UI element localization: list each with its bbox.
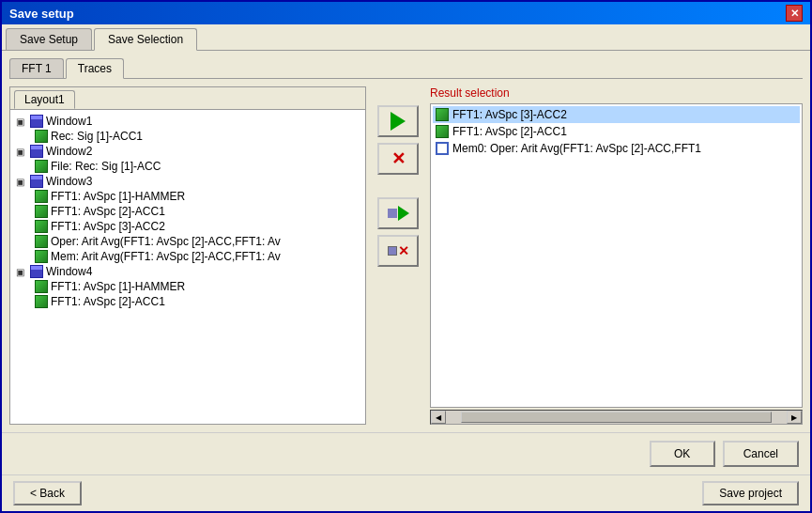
tree-item[interactable]: Mem: Arit Avg(FFT1: AvSpc [2]-ACC,FFT1: … xyxy=(33,249,361,264)
item-label: FFT1: AvSpc [1]-HAMMER xyxy=(51,190,185,203)
window-icon xyxy=(30,115,43,128)
item-label: FFT1: AvSpc [1]-HAMMER xyxy=(51,280,185,293)
content-area: FFT 1 Traces Layout1 ▣ Window1 xyxy=(2,51,810,432)
window-icon xyxy=(30,145,43,158)
dialog: Save setup ✕ Save Setup Save Selection F… xyxy=(0,0,812,513)
result-item[interactable]: Mem0: Oper: Arit Avg(FFT1: AvSpc [2]-ACC… xyxy=(433,140,800,157)
tree-item[interactable]: FFT1: AvSpc [1]-HAMMER xyxy=(33,189,361,204)
result-item-label: Mem0: Oper: Arit Avg(FFT1: AvSpc [2]-ACC… xyxy=(452,142,701,155)
result-scrollbar-h[interactable]: ◀ ▶ xyxy=(430,410,803,425)
result-item[interactable]: FFT1: AvSpc [2]-ACC1 xyxy=(433,123,800,140)
rec-icon xyxy=(35,130,48,143)
window-icon xyxy=(30,175,43,188)
trace-icon xyxy=(35,190,48,203)
tab-save-selection[interactable]: Save Selection xyxy=(94,28,197,51)
ok-button[interactable]: OK xyxy=(650,441,715,467)
remove-x-icon: ✕ xyxy=(391,148,406,169)
footer-bar: < Back Save project xyxy=(2,474,810,511)
result-item[interactable]: FFT1: AvSpc [3]-ACC2 xyxy=(433,106,800,123)
trace-icon xyxy=(35,280,48,293)
trace-icon xyxy=(35,295,48,308)
tree-item[interactable]: FFT1: AvSpc [2]-ACC1 xyxy=(33,294,361,309)
mem-icon xyxy=(35,250,48,263)
tree-window2[interactable]: ▣ Window2 xyxy=(14,144,361,159)
dialog-title: Save setup xyxy=(9,7,74,21)
tree-item[interactable]: File: Rec: Sig [1]-ACC xyxy=(33,159,361,174)
trace-icon xyxy=(35,220,48,233)
remove-all-button[interactable]: ✕ xyxy=(377,235,419,267)
left-panel: Layout1 ▣ Window1 Rec: Sig [1]-ACC1 xyxy=(9,86,366,425)
tab-traces[interactable]: Traces xyxy=(66,58,124,79)
result-item-label: FFT1: AvSpc [3]-ACC2 xyxy=(452,108,567,121)
expand-icon: ▣ xyxy=(16,177,27,187)
item-label: FFT1: AvSpc [2]-ACC1 xyxy=(51,295,165,308)
remove-all-icon: ✕ xyxy=(388,243,409,258)
tree-window1[interactable]: ▣ Window1 xyxy=(14,114,361,129)
tree-window4[interactable]: ▣ Window4 xyxy=(14,264,361,279)
item-label: Rec: Sig [1]-ACC1 xyxy=(51,130,143,143)
window-icon xyxy=(30,265,43,278)
result-list[interactable]: FFT1: AvSpc [3]-ACC2 FFT1: AvSpc [2]-ACC… xyxy=(430,103,803,408)
expand-icon: ▣ xyxy=(16,117,27,127)
expand-icon: ▣ xyxy=(16,267,27,277)
item-label: FFT1: AvSpc [2]-ACC1 xyxy=(51,205,165,218)
fft-icon xyxy=(436,108,449,121)
tree-item[interactable]: Oper: Arit Avg(FFT1: AvSpc [2]-ACC,FFT1:… xyxy=(33,234,361,249)
window1-children: Rec: Sig [1]-ACC1 xyxy=(14,129,361,144)
tree-item[interactable]: FFT1: AvSpc [1]-HAMMER xyxy=(33,279,361,294)
outer-tab-row: Save Setup Save Selection xyxy=(2,24,810,51)
add-arrow-icon xyxy=(391,112,406,131)
remove-all-x-icon: ✕ xyxy=(398,243,409,258)
close-button[interactable]: ✕ xyxy=(786,5,803,22)
add-all-icon xyxy=(388,206,409,221)
tree-item[interactable]: FFT1: AvSpc [3]-ACC2 xyxy=(33,219,361,234)
fft-icon xyxy=(436,125,449,138)
item-label: FFT1: AvSpc [3]-ACC2 xyxy=(51,220,165,233)
item-label: File: Rec: Sig [1]-ACC xyxy=(51,160,161,173)
tree-window3[interactable]: ▣ Window3 xyxy=(14,174,361,189)
back-button[interactable]: < Back xyxy=(13,481,82,505)
window2-label: Window2 xyxy=(46,145,92,158)
window1-label: Window1 xyxy=(46,115,92,128)
window3-label: Window3 xyxy=(46,175,92,188)
result-item-label: FFT1: AvSpc [2]-ACC1 xyxy=(452,125,567,138)
tree-item[interactable]: FFT1: AvSpc [2]-ACC1 xyxy=(33,204,361,219)
tab-save-setup[interactable]: Save Setup xyxy=(6,28,92,50)
tree-item[interactable]: Rec: Sig [1]-ACC1 xyxy=(33,129,361,144)
scroll-left-arrow[interactable]: ◀ xyxy=(431,411,446,424)
main-content-row: Layout1 ▣ Window1 Rec: Sig [1]-ACC1 xyxy=(9,86,803,425)
result-selection-label: Result selection xyxy=(430,86,803,100)
tree-container[interactable]: ▣ Window1 Rec: Sig [1]-ACC1 ▣ xyxy=(10,110,365,424)
mem-icon xyxy=(436,142,449,155)
window4-label: Window4 xyxy=(46,265,92,278)
layout-tab-row: Layout1 xyxy=(10,87,365,110)
middle-buttons: ✕ ✕ xyxy=(374,86,422,425)
inner-tab-row: FFT 1 Traces xyxy=(9,58,803,79)
expand-icon: ▣ xyxy=(16,147,27,157)
oper-icon xyxy=(35,235,48,248)
window3-children: FFT1: AvSpc [1]-HAMMER FFT1: AvSpc [2]-A… xyxy=(14,189,361,264)
right-panel: Result selection FFT1: AvSpc [3]-ACC2 FF… xyxy=(430,86,803,425)
item-label: Mem: Arit Avg(FFT1: AvSpc [2]-ACC,FFT1: … xyxy=(51,250,281,263)
scrollbar-thumb[interactable] xyxy=(461,412,772,423)
bottom-bar: OK Cancel xyxy=(2,432,810,474)
save-project-button[interactable]: Save project xyxy=(702,481,799,505)
file-icon xyxy=(35,160,48,173)
scroll-right-arrow[interactable]: ▶ xyxy=(787,411,802,424)
add-button[interactable] xyxy=(377,105,419,137)
tab-layout1[interactable]: Layout1 xyxy=(14,90,75,109)
window2-children: File: Rec: Sig [1]-ACC xyxy=(14,159,361,174)
item-label: Oper: Arit Avg(FFT1: AvSpc [2]-ACC,FFT1:… xyxy=(51,235,281,248)
remove-button[interactable]: ✕ xyxy=(377,143,419,175)
window4-children: FFT1: AvSpc [1]-HAMMER FFT1: AvSpc [2]-A… xyxy=(14,279,361,309)
title-bar: Save setup ✕ xyxy=(2,2,810,24)
trace-icon xyxy=(35,205,48,218)
tab-fft1[interactable]: FFT 1 xyxy=(9,58,64,78)
add-all-arrow-icon xyxy=(398,206,409,221)
add-all-button[interactable] xyxy=(377,197,419,229)
cancel-button[interactable]: Cancel xyxy=(723,441,799,467)
